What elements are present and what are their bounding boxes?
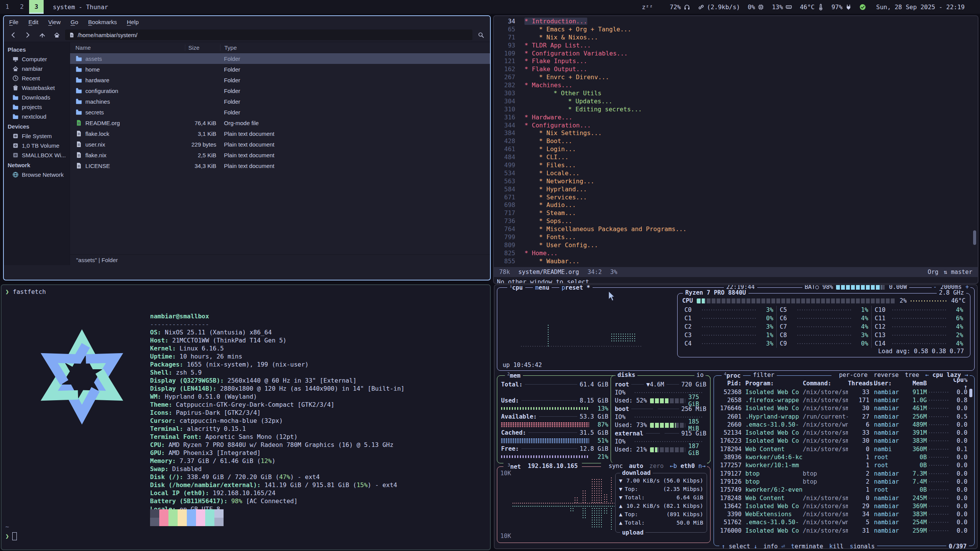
proc-scrollbar-thumb[interactable] bbox=[969, 389, 972, 397]
org-heading-line[interactable]: 736 * Sops... bbox=[494, 217, 978, 225]
file-row[interactable]: flake.nix 2,5 KiB Plain text document bbox=[70, 150, 490, 160]
scrollbar-thumb[interactable] bbox=[973, 230, 976, 245]
column-header-name[interactable]: Name bbox=[70, 44, 185, 51]
path-bar[interactable]: /home/nambiar/system/ bbox=[65, 29, 472, 40]
file-row[interactable]: README.org 76,4 KiB Org-mode file bbox=[70, 117, 490, 128]
workspace-button[interactable]: 2 bbox=[15, 0, 29, 14]
process-row[interactable]: 179126 btop btop 2 nambiar 7.4M 0.0 bbox=[714, 478, 974, 486]
process-row[interactable]: 13642 Isolated Web Co /nix/store/sm8fmrf… bbox=[714, 502, 974, 510]
menu-item[interactable]: Go bbox=[70, 19, 78, 25]
org-heading-line[interactable]: 316 * Hardware... bbox=[494, 114, 978, 122]
menu-item[interactable]: View bbox=[48, 19, 60, 25]
sidebar-device-item[interactable]: SMALLBOX Wi... bbox=[4, 150, 70, 160]
filter-button[interactable]: filter bbox=[751, 372, 777, 379]
sidebar-item[interactable]: Wastebasket bbox=[4, 83, 70, 93]
org-heading-line[interactable]: 282 * Machines... bbox=[494, 82, 978, 90]
menu-item[interactable]: Edit bbox=[28, 19, 38, 25]
org-heading-line[interactable]: 717 * Steam... bbox=[494, 209, 978, 217]
org-heading-line[interactable]: 34 * Introduction... bbox=[494, 18, 978, 26]
process-row[interactable]: 176000 Isolated Web Co /nix/store/sm8fmr… bbox=[714, 527, 974, 535]
process-row[interactable]: 178294 Web Content /nix/store/sm8fmrf3wp… bbox=[714, 445, 974, 453]
sidebar-network-item[interactable]: Browse Network bbox=[4, 170, 70, 179]
box-tab[interactable]: 1cpu bbox=[507, 284, 525, 291]
mem-tab[interactable]: 2mem bbox=[505, 372, 523, 379]
file-row[interactable]: user.nix 229 bytes Plain text document bbox=[70, 139, 490, 150]
org-heading-line[interactable]: 499 * Files... bbox=[494, 161, 978, 170]
home-button[interactable] bbox=[51, 29, 63, 40]
file-row[interactable]: assets Folder bbox=[70, 53, 490, 64]
back-button[interactable] bbox=[7, 29, 19, 40]
file-row[interactable]: LICENSE 34,3 KiB Plain text document bbox=[70, 160, 490, 171]
menu-item[interactable]: Help bbox=[127, 19, 139, 25]
process-row[interactable]: 178248 Web Content /nix/store/sm8fmrf3wp… bbox=[714, 494, 974, 502]
col-user[interactable]: User: bbox=[869, 380, 906, 387]
menu-item[interactable]: File bbox=[9, 19, 18, 25]
sidebar-device-item[interactable]: File System bbox=[4, 131, 70, 141]
proc-tab[interactable]: 4proc bbox=[722, 372, 743, 379]
org-heading-line[interactable]: 344 * Configuration... bbox=[494, 122, 978, 130]
sidebar-device-item[interactable]: 1,0 TB Volume bbox=[4, 141, 70, 150]
org-heading-line[interactable]: 534 * Locale... bbox=[494, 170, 978, 178]
org-heading-line[interactable]: 162 * Flake Output... bbox=[494, 65, 978, 73]
process-row[interactable]: 2601 .Hyprland-wrapp /run/current-system… bbox=[714, 412, 974, 421]
org-heading-line[interactable]: 584 * Hyprland... bbox=[494, 186, 978, 194]
org-heading-line[interactable]: 267 * Envrc + Direnv... bbox=[494, 73, 978, 82]
terminal-window[interactable]: ❯ fastfetch nambiar@smallbox------------… bbox=[1, 284, 491, 550]
process-row[interactable]: 3390 WebExtensions /nix/store/sm8fmrf3wp… bbox=[714, 510, 974, 518]
box-tab[interactable]: preset * bbox=[559, 284, 593, 291]
org-heading-line[interactable]: 93 * TLDR App List... bbox=[494, 42, 978, 50]
process-row[interactable]: 2660 .emacs-31.0.50- /nix/store/wnqz5pa8… bbox=[714, 421, 974, 429]
process-row[interactable]: 176646 Isolated Web Co /nix/store/sm8fmr… bbox=[714, 404, 974, 412]
org-heading-line[interactable]: 484 * CLI... bbox=[494, 153, 978, 161]
disks-io-toggle[interactable]: io bbox=[694, 372, 706, 378]
sidebar-item[interactable]: Recent bbox=[4, 73, 70, 83]
org-heading-line[interactable]: 698 * Audio... bbox=[494, 201, 978, 209]
file-row[interactable]: flake.lock 3,1 KiB Plain text document bbox=[70, 128, 490, 139]
org-heading-line[interactable]: 303 * Other Utils bbox=[494, 90, 978, 98]
box-tab[interactable]: menu bbox=[533, 284, 552, 291]
net-options[interactable]: syncautozero←b eth0 n→ bbox=[601, 463, 707, 469]
org-heading-line[interactable]: 65 * Emacs + Org + Tangle... bbox=[494, 26, 978, 34]
org-heading-line[interactable]: 428 * Boot... bbox=[494, 137, 978, 145]
org-heading-line[interactable]: 384 * Nix Settings... bbox=[494, 129, 978, 137]
file-row[interactable]: hardware Folder bbox=[70, 75, 490, 85]
org-heading-line[interactable]: 799 * Fonts... bbox=[494, 233, 978, 241]
col-cpu[interactable]: Cpu% ↑ bbox=[952, 377, 967, 390]
proc-options[interactable]: per-corereversetree← cpu lazy → bbox=[831, 372, 970, 378]
search-button[interactable] bbox=[475, 29, 487, 40]
sidebar-item[interactable]: projects bbox=[4, 102, 70, 112]
workspace-button[interactable]: 3 bbox=[29, 0, 44, 14]
process-row[interactable]: 176223 Isolated Web Co /nix/store/sm8fmr… bbox=[714, 437, 974, 445]
org-heading-line[interactable]: 71 * Nix & Nixos... bbox=[494, 34, 978, 42]
menu-item[interactable]: Bookmarks bbox=[88, 19, 117, 25]
col-pid[interactable]: Pid: bbox=[718, 380, 742, 387]
sidebar-item[interactable]: nextcloud bbox=[4, 112, 70, 121]
sidebar-item[interactable]: Downloads bbox=[4, 93, 70, 102]
shell-prompt-active[interactable]: ❯ bbox=[5, 532, 17, 540]
proc-footer-buttons[interactable]: ↑ select ↓info ⏎terminatekillsignals bbox=[719, 543, 877, 549]
org-heading-line[interactable]: 563 * Networking... bbox=[494, 178, 978, 186]
process-row[interactable]: 52134 Isolated Web Co /nix/store/sm8fmrf… bbox=[714, 429, 974, 437]
sidebar-item[interactable]: nambiar bbox=[4, 64, 70, 73]
process-row[interactable]: 2658 .firefox-wrappe /nix/store/sm8fmrf3… bbox=[714, 396, 974, 404]
forward-button[interactable] bbox=[21, 29, 34, 40]
org-heading-line[interactable]: 109 * Configuration Variables... bbox=[494, 50, 978, 58]
sidebar-item[interactable]: Computer bbox=[4, 54, 70, 64]
org-heading-line[interactable]: 764 * Miscellaneous Packages and Program… bbox=[494, 225, 978, 233]
col-command[interactable]: Command: bbox=[803, 380, 848, 387]
workspace-button[interactable]: 1 bbox=[0, 0, 15, 14]
col-program[interactable]: Program: bbox=[742, 380, 803, 387]
org-heading-line[interactable]: 671 * Services... bbox=[494, 194, 978, 202]
org-heading-line[interactable]: 809 * User Config... bbox=[494, 241, 978, 249]
process-row[interactable]: 52368 Isolated Web Co /nix/store/sm8fmrf… bbox=[714, 388, 974, 396]
process-row[interactable]: 38936 kworker/u64:6-kc 1 root 0B 0.0 bbox=[714, 453, 974, 461]
process-row[interactable]: 179127 btop btop 2 nambiar 7.3M 0.0 bbox=[714, 469, 974, 478]
col-mem[interactable]: MemB bbox=[906, 380, 927, 387]
process-row[interactable]: 175749 kworker/6:2-even 1 root 0B 0.0 bbox=[714, 486, 974, 494]
process-row[interactable]: 177257 kworker/10:1-mm 1 root 0B 0.0 bbox=[714, 461, 974, 469]
file-row[interactable]: configuration Folder bbox=[70, 85, 490, 96]
up-button[interactable] bbox=[36, 29, 48, 40]
org-heading-line[interactable]: 825 * Home... bbox=[494, 249, 978, 258]
col-threads[interactable]: Threads: bbox=[848, 380, 869, 387]
org-heading-line[interactable]: 304 * Updates... bbox=[494, 98, 978, 106]
